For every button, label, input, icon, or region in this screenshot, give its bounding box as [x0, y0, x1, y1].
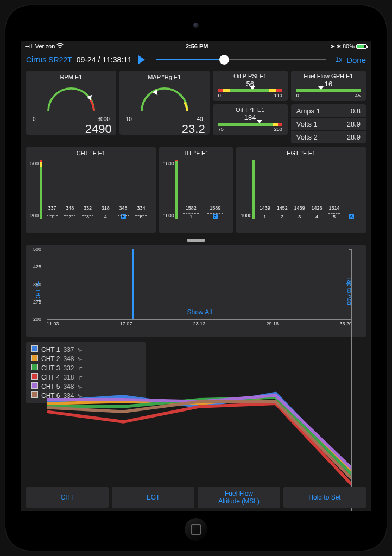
egt-button[interactable]: EGT	[112, 486, 194, 508]
show-all-button[interactable]: Show All	[187, 308, 212, 316]
chart-ytick: 275	[33, 299, 41, 305]
ff-panel: Fuel Flow GPH E1 16 045	[291, 71, 366, 101]
bar-col: 14593	[292, 213, 307, 219]
bar-index: 6	[349, 214, 354, 219]
oilt-title: Oil T °F E1	[218, 106, 282, 113]
bar-col: 14522	[274, 213, 290, 219]
tit-ymin: 1000	[163, 213, 174, 218]
readouts-panel: Amps 10.8 Volts 128.9 Volts 228.9	[291, 104, 366, 143]
tit-bars: 1582115892	[178, 160, 229, 219]
bar-peak-line	[135, 215, 147, 216]
aircraft-label[interactable]: Cirrus SR22T	[26, 55, 72, 64]
map-gauge	[132, 81, 197, 116]
done-button[interactable]: Done	[346, 55, 366, 65]
bar-value: 1426	[309, 205, 325, 211]
chart-ytick: 200	[33, 317, 41, 322]
oilt-bar	[218, 123, 282, 126]
legend-swatch	[31, 391, 38, 398]
header: Cirrus SR22T 09-24 / 11:38:11 1x Done	[21, 51, 371, 68]
bar-value: 1459	[292, 205, 307, 211]
cht-panel: CHT °F E1 500200 33713482332331843485334…	[26, 147, 156, 233]
bar-index: 5	[333, 214, 336, 219]
legend-swatch	[31, 382, 38, 389]
egt-panel: EGT °F E1 1000 1439114522145931426415145…	[236, 147, 366, 233]
hold-to-set-button[interactable]: Hold to Set	[283, 486, 366, 508]
volts2-value: 28.9	[347, 133, 361, 141]
amps1-row: Amps 10.8	[291, 104, 366, 117]
chart-playhead[interactable]	[132, 249, 134, 319]
bar-value: 1589	[204, 205, 227, 211]
playback-slider[interactable]	[156, 54, 327, 65]
rpm-min: 0	[33, 116, 36, 122]
volts1-value: 28.9	[347, 120, 361, 128]
oilp-title: Oil P PSI E1	[218, 73, 282, 79]
slider-fill	[156, 59, 224, 60]
bar-col: 15145	[326, 213, 342, 219]
chart-panel[interactable]: CHT °F Tap to Add Show All 5004253502752…	[26, 245, 366, 337]
screen: ••ıll Verizon 2:56 PM ➤ ✱ 80% Cirrus SR2…	[21, 41, 371, 511]
amps1-value: 0.8	[351, 107, 361, 115]
ipad-home-button[interactable]	[185, 518, 207, 541]
map-panel: MAP "Hg E1 10 40 23.2	[119, 71, 210, 135]
legend-swatch	[31, 373, 38, 380]
location-icon: ➤	[330, 43, 335, 50]
slider-thumb[interactable]	[219, 55, 229, 65]
egt-ymin: 1000	[241, 213, 251, 218]
bar-index: 3	[298, 214, 301, 219]
ff-alt-button[interactable]: Fuel FlowAltitude (MSL)	[198, 486, 280, 508]
carrier-label: Verizon	[35, 43, 55, 49]
oilp-max: 110	[274, 93, 282, 98]
chart-ytick: 425	[33, 264, 41, 269]
bar-col: 6	[344, 213, 359, 219]
bar-peak-line	[277, 214, 288, 214]
chart-line	[47, 403, 352, 485]
oilt-panel: Oil T °F E1 184 75250	[213, 104, 288, 135]
bar-value: 1582	[180, 205, 203, 211]
cht-ymin: 200	[30, 213, 39, 218]
bar-peak-line	[260, 214, 270, 214]
chart-ytick: 500	[33, 247, 41, 252]
bar-peak-line	[64, 215, 75, 216]
bottom-button-row: CHT EGT Fuel FlowAltitude (MSL) Hold to …	[21, 483, 371, 511]
bar-index: 4	[315, 214, 318, 219]
ff-value: 16	[296, 80, 361, 88]
bar-index: 1	[263, 214, 266, 219]
bar-index: 2	[213, 214, 218, 219]
tit-panel: TIT °F E1 18001000 1582115892	[159, 147, 233, 233]
rpm-value: 2490	[30, 122, 112, 136]
status-bar: ••ıll Verizon 2:56 PM ➤ ✱ 80%	[21, 41, 371, 51]
bar-value: 337	[44, 205, 60, 211]
bar-peak-line	[207, 213, 223, 214]
cht-button[interactable]: CHT	[26, 486, 109, 508]
play-button[interactable]	[138, 55, 145, 64]
timestamp-label: 09-24 / 11:38:11	[77, 55, 132, 64]
bar-peak-line	[100, 216, 111, 216]
ff-bar	[296, 89, 361, 92]
egt-bars: 14391145221459314264151456	[255, 160, 362, 219]
battery-pct: 80%	[343, 43, 355, 49]
cht-ymax: 500	[30, 161, 39, 166]
legend-swatch	[31, 355, 38, 361]
bar-peak-line	[311, 214, 322, 214]
ff-min: 0	[296, 93, 299, 98]
oilt-min: 75	[218, 127, 224, 132]
oilp-panel: Oil P PSI E1 56 0110	[213, 71, 288, 101]
ff-title: Fuel Flow GPH E1	[296, 73, 361, 79]
wifi-icon	[56, 43, 64, 49]
bar-col: 3485	[115, 213, 131, 219]
bar-value: 334	[133, 205, 149, 211]
oilt-value: 184	[218, 113, 282, 122]
volts1-row: Volts 128.9	[291, 117, 366, 130]
map-value: 23.2	[124, 122, 205, 136]
ff-max: 45	[355, 93, 361, 98]
clock: 2:56 PM	[186, 43, 208, 49]
bluetooth-icon: ✱	[337, 43, 341, 49]
bar-peak-line	[346, 218, 357, 218]
speed-button[interactable]: 1x	[335, 56, 342, 64]
rpm-title: RPM E1	[30, 74, 112, 80]
chart-area[interactable]: Show All 500425350275200	[47, 249, 352, 320]
amps1-label: Amps 1	[296, 107, 320, 115]
map-min: 10	[126, 116, 132, 122]
drag-handle[interactable]	[187, 239, 205, 242]
bar-index: 2	[281, 214, 283, 219]
